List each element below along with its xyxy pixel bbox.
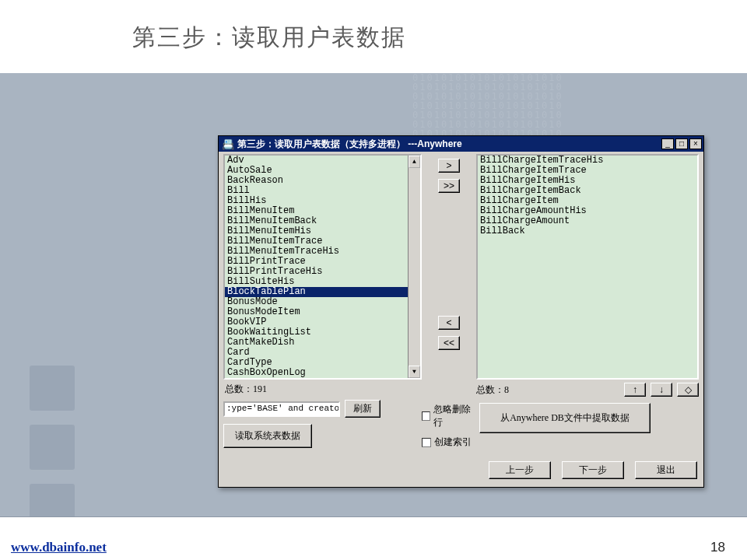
list-item[interactable]: CantMakeDish <box>225 338 420 348</box>
scroll-down-icon[interactable]: ▼ <box>409 366 420 378</box>
maximize-button[interactable]: □ <box>675 138 688 149</box>
extract-data-button[interactable]: 从Anywhere DB文件中提取数据 <box>479 403 651 433</box>
wizard-nav: 上一步 下一步 退出 <box>223 452 699 479</box>
move-down-button[interactable]: ↓ <box>651 383 672 397</box>
close-button[interactable]: × <box>689 138 702 149</box>
titlebar[interactable]: 📇 第三步：读取用户表数据（支持多进程） ---Anywhere _ □ × <box>219 136 703 152</box>
ignore-deleted-checkbox[interactable]: 忽略删除行 <box>422 403 476 429</box>
app-icon: 📇 <box>222 138 234 150</box>
list-item[interactable]: BillBack <box>478 226 697 236</box>
scrollbar[interactable]: ▲ ▼ <box>408 156 420 378</box>
page-number: 18 <box>710 540 725 555</box>
slide-footer <box>0 516 747 560</box>
total-left: 总数：191 <box>223 383 422 396</box>
list-item[interactable]: ChangeTableLog <box>225 378 420 380</box>
minimize-button[interactable]: _ <box>661 138 674 149</box>
move-all-left-button[interactable]: << <box>438 336 460 350</box>
list-item[interactable]: BackReason <box>225 176 420 186</box>
move-all-right-button[interactable]: >> <box>438 179 460 193</box>
reset-order-button[interactable]: ◇ <box>677 383 699 397</box>
scroll-up-icon[interactable]: ▲ <box>409 156 420 168</box>
total-right: 总数：8 <box>476 383 509 397</box>
available-tables-listbox[interactable]: AdvAutoSaleBackReasonBillBillHisBillMenu… <box>223 154 422 380</box>
prev-button[interactable]: 上一步 <box>489 461 551 479</box>
move-left-button[interactable]: < <box>438 316 460 330</box>
move-up-button[interactable]: ↑ <box>624 383 646 397</box>
selected-tables-listbox[interactable]: BillChargeItemTraceHisBillChargeItemTrac… <box>476 154 699 380</box>
decorative-squares <box>30 366 75 529</box>
exit-button[interactable]: 退出 <box>635 461 697 479</box>
refresh-button[interactable]: 刷新 <box>345 400 381 418</box>
read-system-tables-button[interactable]: 读取系统表数据 <box>223 424 312 448</box>
transfer-buttons: > >> < << <box>422 154 476 380</box>
move-right-button[interactable]: > <box>438 159 460 173</box>
window-title: 第三步：读取用户表数据（支持多进程） ---Anywhere <box>237 138 660 151</box>
next-button[interactable]: 下一步 <box>562 461 624 479</box>
dialog-window: 📇 第三步：读取用户表数据（支持多进程） ---Anywhere _ □ × A… <box>218 135 704 488</box>
create-index-checkbox[interactable]: 创建索引 <box>422 436 472 449</box>
filter-input[interactable]: :ype='BASE' and creator=1 <box>223 401 340 417</box>
slide-title: 第三步：读取用户表数据 <box>132 22 406 54</box>
footer-url[interactable]: www.dbainfo.net <box>11 540 107 555</box>
